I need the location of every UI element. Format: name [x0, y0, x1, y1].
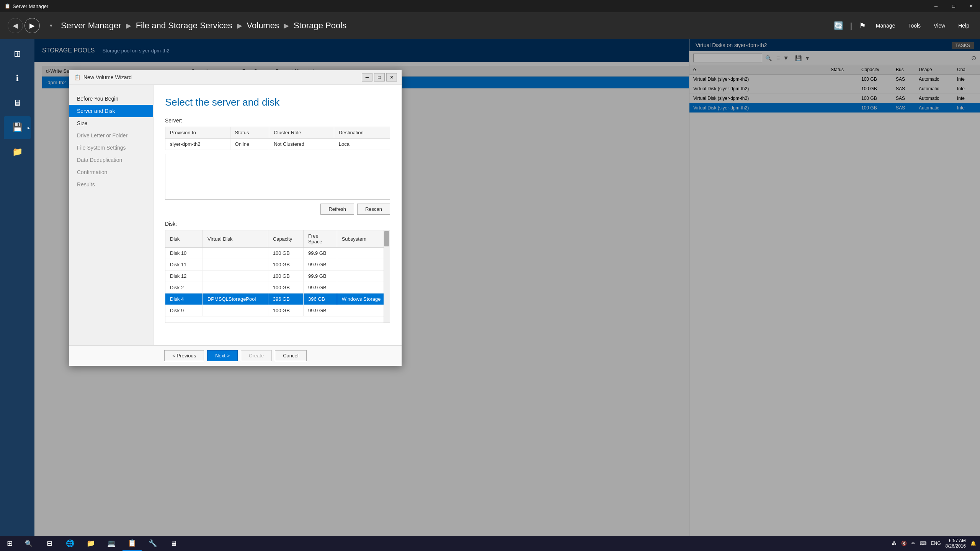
new-volume-wizard-dialog: 📋 New Volume Wizard ─ □ ✕ Before You Beg… [69, 70, 402, 366]
disk-cell-subsystem [337, 271, 389, 282]
disk-cell-freespace: 99.9 GB [303, 271, 337, 282]
disk-col-disk: Disk [165, 230, 203, 248]
disk-table-row[interactable]: Disk 10 100 GB 99.9 GB [165, 248, 390, 259]
disk-cell-subsystem [337, 248, 389, 259]
network-icon: 🖧 [892, 541, 897, 546]
wizard-nav-begin[interactable]: Before You Begin [69, 93, 153, 105]
minimize-button[interactable]: ─ [927, 0, 945, 12]
previous-button[interactable]: < Previous [164, 350, 204, 361]
sidebar: ⊞ ℹ 🖥 💾 📁 [0, 39, 34, 536]
breadcrumb-sep3: ▶ [284, 21, 289, 30]
wizard-nav-confirmation[interactable]: Confirmation [69, 166, 153, 178]
wizard-nav-size[interactable]: Size [69, 117, 153, 129]
clock-time: 6:57 AM [946, 538, 966, 543]
disk-cell-disk: Disk 12 [165, 271, 203, 282]
wizard-nav-results[interactable]: Results [69, 178, 153, 191]
back-button[interactable]: ◀ [8, 18, 23, 33]
notification-icon[interactable]: 🔔 [970, 541, 976, 546]
dialog-maximize-button[interactable]: □ [374, 73, 385, 82]
taskbar-search-button[interactable]: 🔍 [19, 536, 38, 551]
taskbar-item-explorer[interactable]: 📁 [81, 536, 100, 551]
view-menu[interactable]: View [931, 21, 948, 30]
disk-table-row[interactable]: Disk 12 100 GB 99.9 GB [165, 271, 390, 282]
dialog-minimize-button[interactable]: ─ [362, 73, 372, 82]
input-method-label: ENG [931, 541, 941, 546]
nav-bar: ◀ ▶ ▼ Server Manager ▶ File and Storage … [0, 12, 980, 39]
server-table-row[interactable]: siyer-dpm-th2 Online Not Clustered Local [165, 139, 390, 150]
clock-date: 8/26/2016 [946, 543, 966, 549]
taskbar-item-servermanager[interactable]: 📋 [122, 536, 142, 551]
manage-menu[interactable]: Manage [873, 21, 898, 30]
maximize-button[interactable]: □ [945, 0, 962, 12]
disk-cell-capacity: 100 GB [268, 282, 303, 293]
server-table: Provision to Status Cluster Role Destina… [165, 127, 390, 150]
breadcrumb-part1[interactable]: Server Manager [61, 21, 121, 31]
sidebar-item-allservers[interactable]: 🖥 [4, 92, 31, 115]
dialog-footer: < Previous Next > Create Cancel [69, 345, 402, 366]
dialog-content: Before You Begin Server and Disk Size Dr… [69, 85, 402, 345]
server-cell-destination: Local [334, 139, 390, 150]
window-controls: ─ □ ✕ [927, 0, 980, 12]
refresh-button[interactable]: Refresh [320, 204, 354, 215]
flag-icon[interactable]: ⚑ [859, 21, 866, 30]
breadcrumb-part2[interactable]: File and Storage Services [136, 21, 232, 31]
help-menu[interactable]: Help [955, 21, 972, 30]
breadcrumb-part4[interactable]: Storage Pools [294, 21, 346, 31]
taskbar-right: 🖧 🔇 ✏ ⌨ ENG 6:57 AM 8/26/2016 🔔 [888, 538, 980, 549]
disk-table-row[interactable]: Disk 2 100 GB 99.9 GB [165, 282, 390, 293]
sidebar-item-dashboard[interactable]: ⊞ [4, 43, 31, 66]
wizard-nav-filesystem[interactable]: File System Settings [69, 142, 153, 154]
next-button[interactable]: Next > [207, 350, 238, 361]
server-col-provision: Provision to [165, 127, 230, 139]
scrollbar-thumb[interactable] [384, 231, 389, 246]
cancel-button[interactable]: Cancel [275, 350, 306, 361]
wizard-nav-server-disk[interactable]: Server and Disk [69, 105, 153, 117]
dialog-title-text: New Volume Wizard [83, 74, 132, 80]
server-col-status: Status [230, 127, 269, 139]
disk-table-row[interactable]: Disk 11 100 GB 99.9 GB [165, 259, 390, 271]
taskbar-item-ie[interactable]: 🌐 [60, 536, 80, 551]
rescan-button[interactable]: Rescan [357, 204, 390, 215]
start-button[interactable]: ⊞ [0, 536, 19, 551]
taskbar-item-tool2[interactable]: 🖥 [164, 536, 183, 551]
sidebar-item-files[interactable]: 📁 [4, 141, 31, 164]
files-icon: 📁 [12, 147, 23, 157]
tools-menu[interactable]: Tools [905, 21, 924, 30]
sidebar-item-localserver[interactable]: ℹ [4, 67, 31, 90]
disk-table-row[interactable]: Disk 9 100 GB 99.9 GB [165, 305, 390, 316]
disk-table: Disk Virtual Disk Capacity Free Space Su… [165, 230, 390, 316]
main-layout: ⊞ ℹ 🖥 💾 📁 STORAGE POOLS Storage pool on … [0, 39, 980, 536]
dialog-title-bar: 📋 New Volume Wizard ─ □ ✕ [69, 70, 402, 85]
refresh-icon[interactable]: 🔄 [834, 21, 843, 30]
sidebar-item-storage[interactable]: 💾 [4, 116, 31, 139]
disk-col-subsystem: Subsystem [337, 230, 389, 248]
breadcrumb-part3[interactable]: Volumes [247, 21, 279, 31]
wizard-nav-driveletter[interactable]: Drive Letter or Folder [69, 129, 153, 142]
pen-icon: ✏ [911, 541, 915, 546]
dialog-title-left: 📋 New Volume Wizard [74, 74, 132, 80]
create-button[interactable]: Create [241, 350, 272, 361]
refresh-rescan-buttons: Refresh Rescan [165, 204, 390, 215]
content-area: STORAGE POOLS Storage pool on siyer-dpm-… [34, 39, 980, 536]
app-icon: 📋 [5, 3, 10, 9]
disk-table-scrollbar[interactable] [384, 230, 390, 323]
taskbar-item-cmd[interactable]: 💻 [102, 536, 121, 551]
forward-button[interactable]: ▶ [24, 18, 40, 33]
server-cell-status: Online [230, 139, 269, 150]
disk-cell-capacity: 100 GB [268, 248, 303, 259]
disk-table-row[interactable]: Disk 4 DPMSQLStoragePool 396 GB 396 GB W… [165, 293, 390, 305]
close-button[interactable]: ✕ [962, 0, 980, 12]
separator-icon: | [850, 21, 852, 30]
wizard-nav-dedup[interactable]: Data Deduplication [69, 154, 153, 166]
breadcrumb-sep1: ▶ [126, 21, 131, 30]
taskbar-item-tool1[interactable]: 🔧 [143, 536, 162, 551]
taskbar-item-view[interactable]: ⊟ [40, 536, 59, 551]
wizard-main: Select the server and disk Server: Provi… [154, 85, 402, 345]
dialog-overlay: 📋 New Volume Wizard ─ □ ✕ Before You Beg… [34, 39, 980, 536]
dialog-close-button[interactable]: ✕ [386, 73, 397, 82]
nav-dropdown[interactable]: ▼ [49, 23, 53, 28]
disk-cell-freespace: 396 GB [303, 293, 337, 305]
server-cell-cluster: Not Clustered [269, 139, 334, 150]
disk-cell-virtualdisk [203, 259, 268, 271]
server-cell-provision: siyer-dpm-th2 [165, 139, 230, 150]
